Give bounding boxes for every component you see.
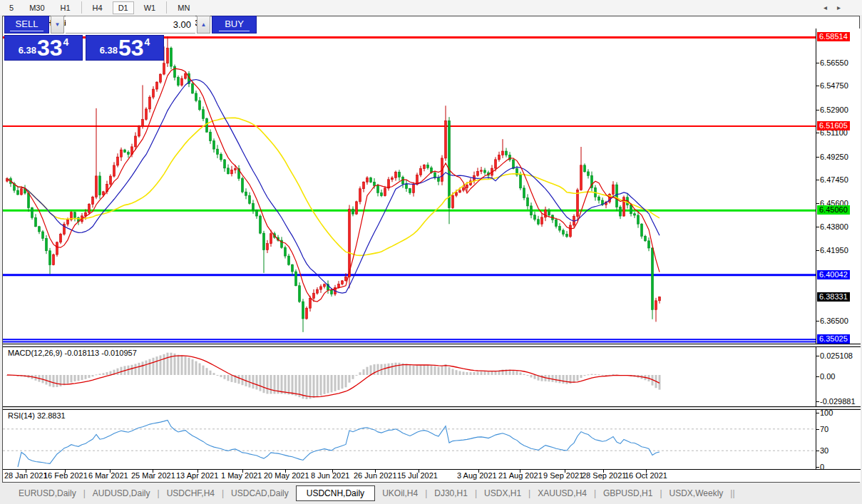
timeframe-button-5[interactable]: 5 — [4, 1, 19, 14]
one-click-trade-panel: SELL ▼ ▲ BUY 6.38334 6.38534 — [4, 16, 164, 61]
date-axis-label: 15 Jul 2021 — [397, 471, 438, 480]
date-axis-tick-mark — [285, 470, 286, 473]
date-axis-label: 3 Aug 2021 — [457, 471, 497, 480]
toolbar-separator — [166, 1, 167, 14]
volume-decrease-button[interactable]: ▼ — [51, 16, 64, 34]
chart-tab-usdx-weekly[interactable]: USDX,Weekly — [662, 486, 731, 500]
macd-axis-tick-mark — [816, 376, 819, 377]
sell-price-prefix: 6.38 — [19, 45, 36, 56]
date-axis-tick-mark — [646, 470, 647, 473]
chart-tab-xauusd-h4[interactable]: XAUUSD,H4 — [530, 486, 594, 500]
chart-tab-eurusd-daily[interactable]: EURUSD,Daily — [11, 486, 83, 500]
date-axis-label: 9 Sep 2021 — [543, 471, 583, 480]
chart-tab-usdchf-h4[interactable]: USDCHF,H4 — [160, 486, 222, 500]
current-price-badge: 6.38331 — [817, 292, 850, 302]
rsi-axis-tick-mark — [816, 429, 819, 430]
price-axis-separator — [816, 29, 816, 344]
price-chart — [3, 29, 816, 344]
macd-label: MACD(12,26,9) -0.018113 -0.010957 — [8, 349, 137, 357]
rsi-axis-tick: 0 — [820, 463, 824, 470]
macd-axis-tick: 0.025108 — [820, 351, 853, 360]
sell-price-big: 33 — [37, 37, 63, 58]
sell-price-sup: 4 — [63, 36, 69, 48]
date-axis-tick-mark — [26, 470, 26, 473]
price-level-badge: 6.35025 — [817, 334, 850, 344]
rsi-axis-tick: 70 — [820, 425, 828, 433]
date-axis-tick-mark — [603, 470, 604, 473]
date-axis-tick-mark — [478, 470, 479, 473]
date-axis-label: 6 Mar 2021 — [88, 471, 128, 480]
rsi-pane: RSI(14) 32.8831 10070300 — [3, 409, 861, 470]
rsi-axis-tick: 100 — [820, 409, 833, 417]
price-pane: 6.565506.547506.529006.511006.492506.474… — [3, 29, 861, 344]
date-axis-tick-mark — [153, 470, 153, 473]
price-axis-tick-mark — [816, 133, 819, 133]
sell-button[interactable]: SELL — [4, 16, 49, 34]
volume-input[interactable] — [66, 16, 195, 34]
date-axis: 28 Jan 202116 Feb 20216 Mar 202125 Mar 2… — [3, 470, 861, 482]
timeframe-button-m30[interactable]: M30 — [24, 1, 50, 14]
buy-price-button[interactable]: 6.38534 — [86, 35, 164, 61]
timeframe-button-d1[interactable]: D1 — [113, 1, 134, 14]
date-axis-label: 28 Sep 2021 — [582, 471, 626, 480]
chart-tab-usdcnh-daily[interactable]: USDCNH,Daily — [296, 485, 375, 501]
mt4-workspace: 5M30H1H4D1W1MN ▲ USDCNH,Daily 6.38507 6.… — [0, 0, 862, 504]
chart-window: ▲ USDCNH,Daily 6.38507 6.38637 6.38102 6… — [2, 16, 860, 483]
date-axis-tick-mark — [520, 470, 520, 473]
volume-increase-button[interactable]: ▲ — [197, 16, 210, 34]
date-axis-tick-mark — [332, 470, 333, 473]
macd-axis-tick: -0.029881 — [820, 397, 856, 406]
price-level-badge: 6.51605 — [817, 121, 850, 130]
spinner-down-icon: ▼ — [55, 21, 61, 28]
rsi-chart — [3, 410, 816, 470]
rsi-label: RSI(14) 32.8831 — [8, 411, 66, 420]
tab-separator: | — [732, 488, 734, 498]
buy-button[interactable]: BUY — [212, 16, 257, 34]
macd-pane: MACD(12,26,9) -0.018113 -0.010957 0.0251… — [3, 346, 861, 407]
timeframe-toolbar: 5M30H1H4D1W1MN — [0, 0, 862, 15]
price-axis-tick: 6.43800 — [820, 222, 848, 231]
date-axis-tick-mark — [565, 470, 565, 473]
timeframe-button-w1[interactable]: W1 — [138, 1, 162, 14]
price-axis-tick: 6.49250 — [820, 153, 848, 161]
macd-axis-tick: 0.00 — [820, 372, 835, 381]
price-axis-tick-mark — [816, 110, 819, 110]
price-level-badge: 6.58514 — [817, 32, 850, 41]
date-axis-tick-mark — [375, 470, 376, 473]
timeframe-button-h1[interactable]: H1 — [55, 1, 76, 14]
rsi-axis-tick: 30 — [820, 446, 828, 455]
timeframe-button-mn[interactable]: MN — [172, 1, 195, 14]
chart-tab-usdcad-daily[interactable]: USDCAD,Daily — [224, 486, 296, 500]
chart-tab-dj30-h1[interactable]: DJ30,H1 — [427, 486, 475, 500]
date-axis-tick-mark — [110, 470, 111, 473]
timeframe-button-h4[interactable]: H4 — [87, 1, 108, 14]
buy-price-sup: 4 — [145, 36, 150, 48]
buy-price-big: 53 — [118, 37, 144, 58]
tab-scroll-left-icon[interactable]: ◂ — [823, 4, 837, 11]
price-axis-tick: 6.56550 — [820, 58, 848, 67]
date-axis-tick-mark — [242, 470, 243, 473]
rsi-axis-tick-mark — [816, 413, 819, 413]
price-axis-tick: 6.36500 — [820, 317, 848, 325]
macd-axis-tick-mark — [816, 356, 819, 356]
tab-scroll-right-icon[interactable]: ▸ — [837, 4, 851, 11]
chart-tab-audusd-daily[interactable]: AUDUSD,Daily — [86, 486, 158, 500]
price-axis-tick-mark — [816, 157, 819, 158]
price-axis-tick-mark — [816, 86, 819, 86]
price-axis-tick-mark — [816, 63, 819, 63]
rsi-axis-tick-mark — [816, 451, 819, 451]
chart-tab-usdx-h1[interactable]: USDX,H1 — [477, 486, 528, 500]
chart-tab-ukoil-h4[interactable]: UKOil,H4 — [375, 486, 425, 500]
price-axis-tick-mark — [816, 203, 819, 204]
date-axis-tick-mark — [419, 470, 419, 473]
price-axis-tick: 6.54750 — [820, 81, 848, 90]
price-axis-tick: 6.52900 — [820, 106, 848, 114]
price-axis-tick: 6.47450 — [820, 175, 848, 184]
tab-scroll-arrows[interactable]: ◂▸ — [823, 4, 851, 11]
price-axis-tick-mark — [816, 180, 819, 180]
price-axis-tick-mark — [816, 250, 819, 251]
toolbar-separator — [81, 1, 82, 14]
sell-price-button[interactable]: 6.38334 — [4, 35, 83, 61]
price-level-badge: 6.45060 — [817, 205, 850, 215]
chart-tab-gbpusd-h1[interactable]: GBPUSD,H1 — [596, 486, 660, 500]
